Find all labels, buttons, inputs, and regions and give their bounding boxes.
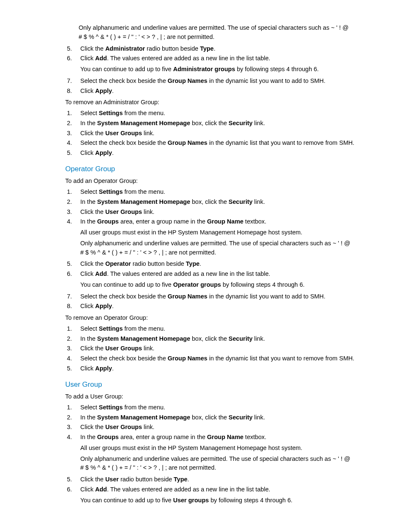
user-add-step-6: 6.Click Add. The values entered are adde… bbox=[38, 485, 361, 507]
op-remove-step-3: 3.Click the User Groups link. bbox=[38, 344, 361, 353]
op-remove-step-1: 1.Select Settings from the menu. bbox=[38, 324, 361, 334]
admin-add-step-7: 7.Select the check box beside the Group … bbox=[38, 77, 361, 86]
op-add-step-8: 8.Click Apply. bbox=[38, 302, 361, 311]
operator-remove-intro: To remove an Operator Group: bbox=[65, 314, 361, 323]
admin-remove-step-5: 5.Click Apply. bbox=[38, 149, 361, 158]
operator-group-heading: Operator Group bbox=[65, 164, 361, 175]
user-add-intro: To add a User Group: bbox=[65, 392, 361, 401]
op-remove-step-5: 5.Click Apply. bbox=[38, 364, 361, 373]
operator-add-intro: To add an Operator Group: bbox=[65, 177, 361, 186]
op-remove-step-4: 4.Select the check box beside the Group … bbox=[38, 354, 361, 363]
admin-remove-intro: To remove an Administrator Group: bbox=[65, 98, 361, 107]
op-remove-step-2: 2.In the System Management Homepage box,… bbox=[38, 334, 361, 344]
user-group-heading: User Group bbox=[65, 379, 361, 390]
admin-remove-steps: 1.Select Settings from the menu. 2.In th… bbox=[38, 109, 361, 158]
op-add-step-3: 3.Click the User Groups link. bbox=[38, 208, 361, 217]
operator-remove-steps: 1.Select Settings from the menu. 2.In th… bbox=[38, 324, 361, 373]
user-add-step-5: 5.Click the User radio button beside Typ… bbox=[38, 475, 361, 484]
user-add-step-4: 4.In the Groups area, enter a group name… bbox=[38, 433, 361, 474]
admin-add-steps: 5.Click the Administrator radio button b… bbox=[38, 44, 361, 96]
admin-add-step-5: 5.Click the Administrator radio button b… bbox=[38, 44, 361, 54]
admin-remove-step-1: 1.Select Settings from the menu. bbox=[38, 109, 361, 118]
op-add-step-6: 6.Click Add. The values entered are adde… bbox=[38, 270, 361, 291]
op-add-step-5: 5.Click the Operator radio button beside… bbox=[38, 260, 361, 269]
admin-add-step-6: 6.Click Add. The values entered are adde… bbox=[38, 54, 361, 76]
op-add-step-4: 4.In the Groups area, enter a group name… bbox=[38, 217, 361, 259]
user-add-steps: 1.Select Settings from the menu. 2.In th… bbox=[38, 403, 361, 507]
operator-add-steps: 1.Select Settings from the menu. 2.In th… bbox=[38, 188, 361, 311]
op-add-step-7: 7.Select the check box beside the Group … bbox=[38, 292, 361, 301]
admin-remove-step-4: 4.Select the check box beside the Group … bbox=[38, 139, 361, 148]
admin-remove-step-3: 3.Click the User Groups link. bbox=[38, 129, 361, 138]
admin-remove-step-2: 2.In the System Management Homepage box,… bbox=[38, 119, 361, 128]
user-add-step-3: 3.Click the User Groups link. bbox=[38, 423, 361, 432]
op-add-step-1: 1.Select Settings from the menu. bbox=[38, 188, 361, 197]
user-add-step-2: 2.In the System Management Homepage box,… bbox=[38, 413, 361, 422]
note-line1: Only alphanumeric and underline values a… bbox=[79, 24, 349, 31]
user-add-step-1: 1.Select Settings from the menu. bbox=[38, 403, 361, 412]
note-special-chars: Only alphanumeric and underline values a… bbox=[79, 23, 361, 42]
note-line2: # $ % ^ & * ( ) + = / " : ' < > ? , | ; … bbox=[79, 33, 215, 40]
op-add-step-2: 2.In the System Management Homepage box,… bbox=[38, 198, 361, 207]
admin-add-step-8: 8.Click Apply. bbox=[38, 87, 361, 96]
